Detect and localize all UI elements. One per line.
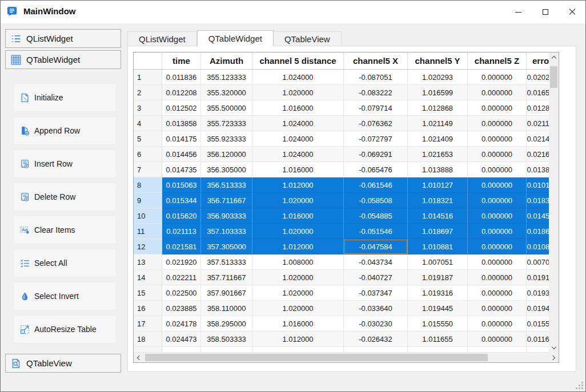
table-cell[interactable]: 1.019316 xyxy=(408,285,468,301)
table-cell[interactable]: 0.010127 xyxy=(527,177,549,193)
table-cell[interactable]: 0.024473 xyxy=(162,332,201,347)
table-cell[interactable]: 1.024000 xyxy=(252,70,344,85)
table-cell[interactable]: 0.024178 xyxy=(162,316,201,332)
table-cell[interactable]: 0.000000 xyxy=(468,162,527,177)
table-cell[interactable]: 0.019445 xyxy=(527,301,549,316)
table-cell[interactable]: 1.011655 xyxy=(408,332,468,347)
table-cell[interactable]: -0.026432 xyxy=(344,332,408,347)
table-cell[interactable]: 0.000000 xyxy=(468,239,527,254)
table-cell[interactable]: 358.295000 xyxy=(201,316,252,332)
table-cell[interactable]: 0.007051 xyxy=(527,254,549,270)
table-cell[interactable]: 357.103333 xyxy=(201,224,252,239)
table-cell[interactable]: 1.010881 xyxy=(408,239,468,254)
table-cell[interactable]: -0.047584 xyxy=(344,239,408,254)
table-cell[interactable]: 1.020000 xyxy=(252,301,344,316)
table-cell[interactable]: 0.000000 xyxy=(468,85,527,100)
table-cell[interactable]: -0.058508 xyxy=(344,193,408,208)
table-cell[interactable]: 0.000000 xyxy=(468,193,527,208)
sidebar-item-qtableview[interactable]: QTableView xyxy=(5,354,121,373)
table-cell[interactable]: 1.024000 xyxy=(252,116,344,131)
table-cell[interactable] xyxy=(344,347,408,353)
table-cell[interactable]: 356.120000 xyxy=(201,147,252,162)
tab-qlistwidget[interactable]: QListWidget xyxy=(127,31,197,46)
table-cell[interactable]: 0.018321 xyxy=(527,193,549,208)
table-cell[interactable]: 0.022500 xyxy=(162,285,201,301)
append-row-button[interactable]: Append Row xyxy=(13,116,117,145)
select-all-button[interactable]: Select All xyxy=(13,249,117,277)
table-cell[interactable]: 358.110000 xyxy=(201,301,252,316)
row-header[interactable]: 10 xyxy=(134,208,162,224)
column-header-error[interactable]: error xyxy=(527,52,549,70)
table-cell[interactable]: 356.711667 xyxy=(201,193,252,208)
minimize-button[interactable] xyxy=(505,1,532,23)
table-cell[interactable]: 358.503333 xyxy=(201,332,252,347)
row-header[interactable]: 1 xyxy=(134,70,162,85)
table-cell[interactable]: 0.012868 xyxy=(527,100,549,116)
autoresize-table-button[interactable]: AutoResize Table xyxy=(13,315,117,343)
corner-header-cell[interactable] xyxy=(134,52,162,70)
table-cell[interactable]: 0.012208 xyxy=(162,85,201,100)
table-cell[interactable]: 0.023885 xyxy=(162,301,201,316)
table-cell[interactable]: 0.013858 xyxy=(162,116,201,131)
table-cell[interactable]: 1.019187 xyxy=(408,270,468,285)
table-cell[interactable]: 0.000000 xyxy=(468,332,527,347)
vertical-scrollbar[interactable] xyxy=(549,52,559,353)
table-cell[interactable]: 0.014735 xyxy=(162,162,201,177)
table-cell[interactable]: 1.020000 xyxy=(252,193,344,208)
column-header-time[interactable]: time xyxy=(162,52,201,70)
table-cell[interactable]: 0.015063 xyxy=(162,177,201,193)
table-cell[interactable]: 0.000000 xyxy=(468,254,527,270)
row-header[interactable]: 9 xyxy=(134,193,162,208)
table-cell[interactable]: 1.008000 xyxy=(252,254,344,270)
table-cell[interactable]: 1.016000 xyxy=(252,100,344,116)
table-cell[interactable]: 0.015620 xyxy=(162,208,201,224)
row-header[interactable]: 14 xyxy=(134,270,162,285)
table-cell[interactable]: -0.079714 xyxy=(344,100,408,116)
table-cell[interactable]: 0.021653 xyxy=(527,147,549,162)
row-header[interactable]: 8 xyxy=(134,177,162,193)
sidebar-item-qtablewidget[interactable]: QTableWidget xyxy=(5,50,121,69)
row-header[interactable]: 13 xyxy=(134,254,162,270)
table-cell[interactable]: 355.723333 xyxy=(201,116,252,131)
table-cell[interactable]: 1.021653 xyxy=(408,147,468,162)
scroll-up-button[interactable] xyxy=(549,52,559,62)
table-cell[interactable] xyxy=(201,347,252,353)
scroll-right-button[interactable] xyxy=(549,353,559,362)
table-cell[interactable]: -0.040727 xyxy=(344,270,408,285)
table-cell[interactable]: 0.000000 xyxy=(468,208,527,224)
table-cell[interactable]: 0.012502 xyxy=(162,100,201,116)
table-cell[interactable]: 1.012000 xyxy=(252,239,344,254)
table-cell[interactable]: 0.021409 xyxy=(527,131,549,147)
table-cell[interactable]: -0.051546 xyxy=(344,224,408,239)
tab-qtablewidget[interactable]: QTableWidget xyxy=(197,30,274,46)
row-header[interactable]: 17 xyxy=(134,316,162,332)
table-cell[interactable]: 355.123333 xyxy=(201,70,252,85)
table-cell[interactable]: 356.305000 xyxy=(201,162,252,177)
table-cell[interactable]: 357.513333 xyxy=(201,254,252,270)
table-cell[interactable]: 1.020000 xyxy=(252,85,344,100)
table-cell[interactable]: 356.513333 xyxy=(201,177,252,193)
table-cell[interactable]: 0.000000 xyxy=(468,116,527,131)
row-header[interactable]: 6 xyxy=(134,147,162,162)
row-header[interactable]: 4 xyxy=(134,116,162,131)
column-header-channel5-z[interactable]: channel5 Z xyxy=(468,52,527,70)
table-cell[interactable]: 0.000000 xyxy=(468,177,527,193)
row-header[interactable]: 2 xyxy=(134,85,162,100)
column-header-channel5-y[interactable]: channel5 Y xyxy=(408,52,468,70)
table-cell[interactable]: 0.018697 xyxy=(527,224,549,239)
horizontal-scrollbar[interactable] xyxy=(134,353,559,362)
table-cell[interactable]: 0.000000 xyxy=(468,301,527,316)
row-header[interactable]: 12 xyxy=(134,239,162,254)
table-cell[interactable] xyxy=(468,347,527,353)
table-cell[interactable]: 1.018321 xyxy=(408,193,468,208)
table-cell[interactable]: 0.015344 xyxy=(162,193,201,208)
table-cell[interactable]: 1.016000 xyxy=(252,316,344,332)
select-invert-button[interactable]: Select Invert xyxy=(13,282,117,310)
table-cell[interactable]: 1.020000 xyxy=(252,270,344,285)
table-cell[interactable]: -0.033640 xyxy=(344,301,408,316)
table-cell[interactable]: -0.065476 xyxy=(344,162,408,177)
table-cell[interactable]: 1.016000 xyxy=(252,208,344,224)
row-header[interactable] xyxy=(134,347,162,353)
column-header-azimuth[interactable]: Azimuth xyxy=(201,52,252,70)
table-cell[interactable]: 0.014175 xyxy=(162,131,201,147)
